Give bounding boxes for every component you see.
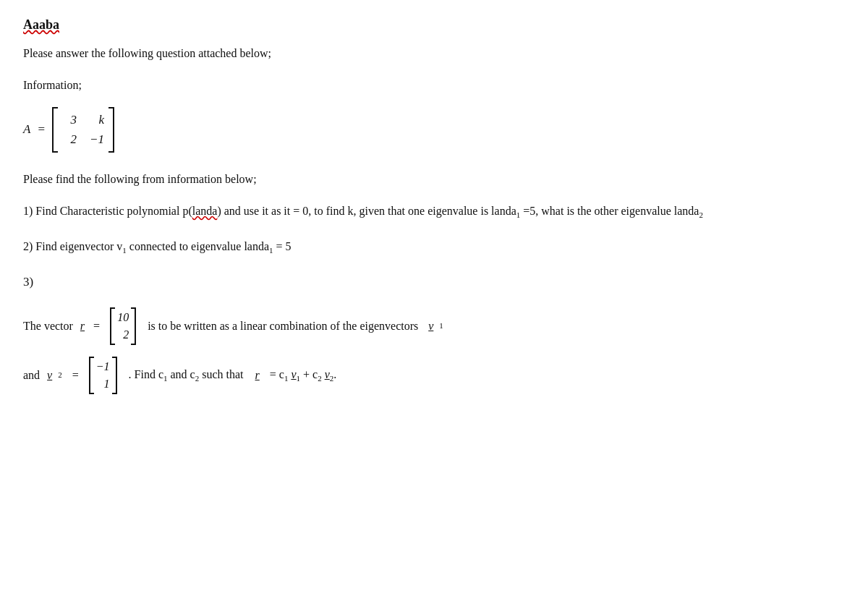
vector-r-matrix: 10 2	[110, 307, 136, 345]
vector-v2-equals: =	[72, 366, 79, 385]
matrix-cell-0-0: 3	[62, 110, 77, 129]
matrix-cell-0-1: k	[90, 110, 104, 129]
title: Aaaba	[23, 17, 845, 33]
question-1: 1) Find Characteristic polynomial p(land…	[23, 201, 845, 222]
q2-text: 2) Find eigenvector v1 connected to eige…	[23, 240, 292, 252]
matrix-cell-1-1: −1	[90, 129, 104, 149]
vector-r-line: The vector r = 10 2 is to be written as …	[23, 307, 845, 345]
intro1: Please answer the following question att…	[23, 44, 845, 63]
vector-v2-matrix: −1 1	[89, 357, 117, 394]
vector-line1-post: is to be written as a linear combination…	[148, 317, 418, 336]
vector-v2-sub: 2	[58, 369, 62, 382]
instruction: Please find the following from informati…	[23, 170, 845, 189]
vector-v2-var: v	[47, 366, 52, 385]
matrix-A-block: A = 3 k 2 −1	[23, 107, 845, 152]
matrix-A: 3 k 2 −1	[52, 107, 114, 152]
matrix-A-equals: =	[38, 122, 45, 137]
vector-line1-pre: The vector	[23, 317, 73, 336]
question-2: 2) Find eigenvector v1 connected to eige…	[23, 237, 845, 257]
vector-line2-post: . Find c1 and c2 such that	[129, 365, 244, 386]
vector-r-0: 10	[117, 309, 129, 326]
question-3-num: 3)	[23, 272, 845, 293]
vector-r-1: 2	[117, 326, 129, 344]
vector-line2-r: r	[255, 366, 260, 385]
intro2: Information;	[23, 76, 845, 95]
matrix-cell-1-0: 2	[62, 129, 77, 149]
vector-line2-formula: = c1 v1 + c2 v2.	[270, 365, 336, 386]
q1-text: 1) Find Characteristic polynomial p(land…	[23, 205, 703, 217]
matrix-A-label: A	[23, 122, 30, 137]
vector-v2-0: −1	[96, 358, 110, 375]
vector-r-equals: =	[93, 317, 100, 336]
vector-r-var: r	[80, 317, 85, 336]
vector-v1-sub: 1	[439, 320, 443, 333]
vector-v1-var: v	[428, 317, 433, 336]
vector-v2-1: 1	[98, 375, 110, 393]
vector-line2-pre: and	[23, 366, 40, 385]
vector-v2-line: and v2 = −1 1 . Find c1 and c2 such that…	[23, 357, 845, 394]
